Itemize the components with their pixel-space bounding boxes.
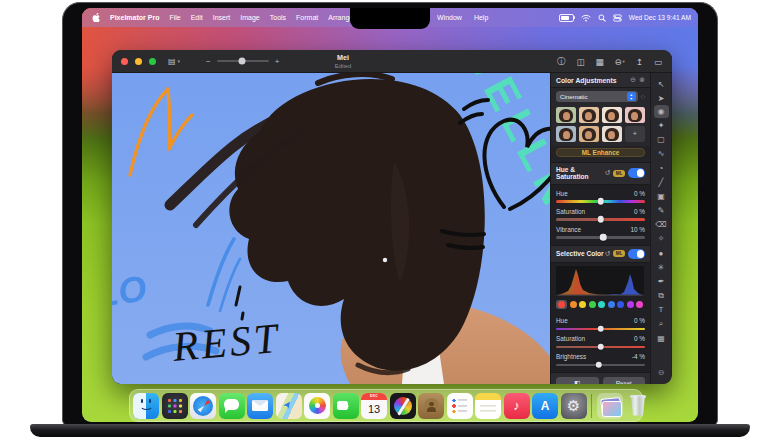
slider-knob[interactable] xyxy=(597,198,604,205)
swatch-selected-ring[interactable] xyxy=(556,300,567,309)
info-icon[interactable]: ⓘ xyxy=(557,56,566,68)
dock-contacts-icon[interactable] xyxy=(418,393,444,419)
selective-hue-slider[interactable] xyxy=(556,325,645,332)
arrow-tool[interactable]: ↖ xyxy=(654,77,669,91)
window-titlebar[interactable]: ▤▾ − + Mei Edited ⓘ ◫ ▦ ⊖▾ xyxy=(112,50,672,73)
reset-icon[interactable]: ↺ xyxy=(604,250,610,258)
close-window-button[interactable] xyxy=(121,58,128,65)
dock-photos-icon[interactable] xyxy=(304,393,330,419)
preset-thumb[interactable] xyxy=(579,126,599,142)
effects-tool[interactable]: ✦ xyxy=(654,118,669,132)
smart-erase-tool[interactable]: ✧ xyxy=(654,232,669,246)
line-tool[interactable]: ╱ xyxy=(654,175,669,189)
cyan-swatch[interactable] xyxy=(598,301,605,308)
minimize-window-button[interactable] xyxy=(135,58,142,65)
menu-app-name[interactable]: Pixelmator Pro xyxy=(110,14,159,21)
lasso-tool[interactable]: ∿ xyxy=(654,147,669,161)
preset-thumb[interactable] xyxy=(625,107,645,123)
menu-image[interactable]: Image xyxy=(240,14,259,21)
dock-music-icon[interactable]: ♪ xyxy=(504,393,530,419)
ml-badge[interactable]: ML xyxy=(613,250,625,257)
marquee-tool[interactable]: ▢ xyxy=(654,133,669,147)
add-preset-button[interactable]: + xyxy=(625,126,645,142)
crop-icon[interactable]: ▦ xyxy=(595,57,603,67)
color-adjust-tool[interactable]: ◉ xyxy=(654,105,669,118)
zoom-tool[interactable]: ⌕ xyxy=(654,317,669,331)
preset-thumb[interactable] xyxy=(556,107,576,123)
crop-tool[interactable]: ▦ xyxy=(654,331,669,345)
preset-cycle-icon[interactable]: ◌ xyxy=(641,92,645,101)
magenta-swatch[interactable] xyxy=(636,301,643,308)
compare-button[interactable]: ◧ xyxy=(556,377,599,384)
collapse-panel-icon[interactable]: ⊖ xyxy=(630,76,636,84)
dock-calendar-icon[interactable]: DEC13 xyxy=(361,393,387,419)
dock-maps-icon[interactable]: ➤ xyxy=(276,393,302,419)
menu-file[interactable]: File xyxy=(169,14,180,21)
purple-swatch[interactable] xyxy=(627,301,634,308)
vibrance-slider[interactable] xyxy=(556,234,645,241)
menu-window[interactable]: Window xyxy=(437,14,462,21)
dock-finder-icon[interactable] xyxy=(133,393,159,419)
menu-edit[interactable]: Edit xyxy=(191,14,203,21)
hue-slider[interactable] xyxy=(556,198,645,205)
menu-tools[interactable]: Tools xyxy=(270,14,286,21)
zoom-menu-button[interactable]: ⊖▾ xyxy=(614,57,624,67)
search-icon[interactable] xyxy=(598,14,606,22)
zoom-slider-knob[interactable] xyxy=(238,58,245,65)
select-arrow-tool[interactable]: ➤ xyxy=(654,91,669,105)
wifi-icon[interactable] xyxy=(581,14,591,22)
slider-knob[interactable] xyxy=(595,361,602,368)
shape-tool[interactable]: ▣ xyxy=(654,189,669,203)
hue-saturation-toggle[interactable] xyxy=(628,168,645,178)
saturation-slider[interactable] xyxy=(556,216,645,223)
preset-dropdown[interactable]: Cinematic ▴▾ xyxy=(556,91,638,102)
preset-thumb[interactable] xyxy=(579,107,599,123)
ml-enhance-button[interactable]: ML Enhance xyxy=(556,148,645,157)
type-tool[interactable]: T xyxy=(654,303,669,317)
close-panel-icon[interactable]: ⊗ xyxy=(639,76,645,84)
paint-tool[interactable]: ✎ xyxy=(654,204,669,218)
dock-pixelmator-pro-icon[interactable] xyxy=(390,393,416,419)
orange-swatch[interactable] xyxy=(570,301,577,308)
zoom-in-button[interactable]: + xyxy=(275,57,280,66)
preset-thumb[interactable] xyxy=(602,126,622,142)
dock-system-settings-icon[interactable]: ⚙ xyxy=(561,393,587,419)
zoom-out-button[interactable]: − xyxy=(206,57,211,66)
reset-icon[interactable]: ↺ xyxy=(604,169,610,177)
dock-safari-icon[interactable] xyxy=(190,393,216,419)
blur-tool[interactable]: ● xyxy=(654,246,669,260)
control-center-icon[interactable] xyxy=(613,14,622,22)
slider-knob[interactable] xyxy=(597,216,604,223)
retouch-tool[interactable]: ✒ xyxy=(654,274,669,288)
blue-swatch[interactable] xyxy=(617,301,624,308)
collapse-tools-icon[interactable]: ⊖ xyxy=(654,366,669,380)
photo-browser-icon[interactable]: ◫ xyxy=(576,57,584,67)
battery-icon[interactable] xyxy=(559,14,574,22)
dock-notes-icon[interactable] xyxy=(475,393,501,419)
dock-reminders-icon[interactable] xyxy=(447,393,473,419)
zoom-window-button[interactable] xyxy=(149,58,156,65)
canvas-icon[interactable]: ▭ xyxy=(654,57,662,67)
share-icon[interactable]: ↥ xyxy=(636,57,643,67)
brightness-slider[interactable] xyxy=(556,361,645,368)
dock-facetime-icon[interactable] xyxy=(333,393,359,419)
selective-saturation-slider[interactable] xyxy=(556,343,645,350)
yellow-swatch[interactable] xyxy=(579,301,586,308)
slider-knob[interactable] xyxy=(597,343,604,350)
slider-knob[interactable] xyxy=(597,325,604,332)
eraser-tool[interactable]: ⌫ xyxy=(654,218,669,232)
selective-color-toggle[interactable] xyxy=(628,249,645,259)
preset-thumb[interactable] xyxy=(556,126,576,142)
photo-canvas[interactable]: WELLNESS xyxy=(112,73,550,384)
menu-help[interactable]: Help xyxy=(474,14,488,21)
dock-mail-icon[interactable] xyxy=(247,393,273,419)
dock-launchpad-icon[interactable] xyxy=(162,393,188,419)
dock-trash-icon[interactable] xyxy=(625,393,651,419)
light-blue-swatch[interactable] xyxy=(608,301,615,308)
slider-knob[interactable] xyxy=(600,234,607,241)
ml-badge[interactable]: ML xyxy=(613,170,625,177)
sidebar-toggle-button[interactable]: ▤▾ xyxy=(168,57,180,66)
apple-logo-icon[interactable] xyxy=(92,13,100,22)
menu-format[interactable]: Format xyxy=(296,14,318,21)
quick-select-tool[interactable]: ◔ xyxy=(654,161,669,175)
